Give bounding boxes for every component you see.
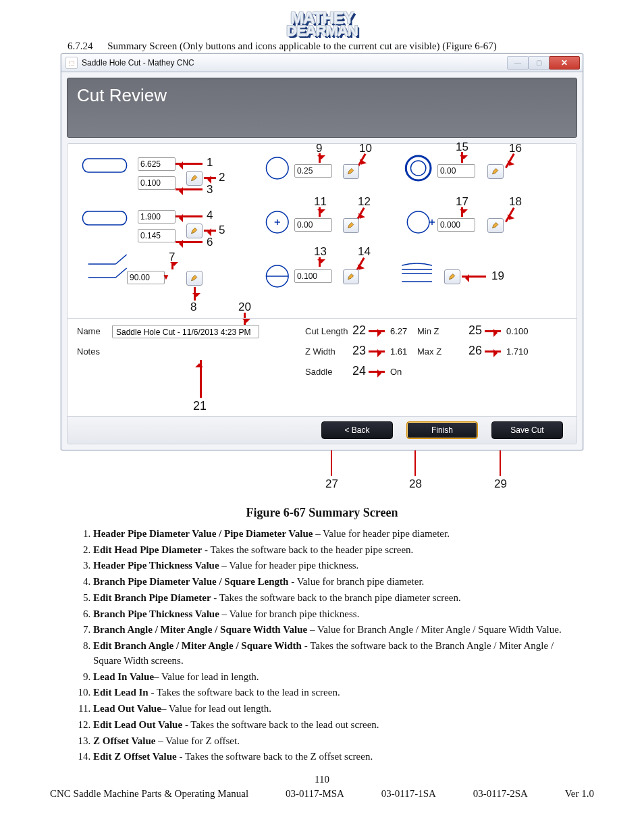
below-window-callouts: 27 28 29 bbox=[61, 450, 583, 495]
callout-19: 19 bbox=[491, 269, 504, 283]
min-z-label: Min Z bbox=[417, 326, 439, 336]
callout-20: 20 bbox=[238, 301, 251, 314]
saddle-label: Saddle bbox=[305, 367, 332, 377]
cut-name-input[interactable] bbox=[112, 325, 259, 338]
callout-29: 29 bbox=[494, 477, 507, 491]
name-label: Name bbox=[77, 326, 101, 336]
max-z-label: Max Z bbox=[417, 346, 441, 357]
back-button[interactable]: < Back bbox=[321, 421, 393, 439]
arrow-7 bbox=[171, 263, 173, 269]
edit-lead-out-button[interactable] bbox=[343, 218, 359, 233]
button-bar: < Back Finish Save Cut bbox=[68, 416, 576, 444]
edit-lead-in-button[interactable] bbox=[343, 164, 359, 179]
finish-button[interactable]: Finish bbox=[406, 421, 478, 439]
header-pipe-thickness-value: 0.100 bbox=[138, 176, 176, 190]
stem-29 bbox=[500, 450, 501, 476]
stem-27 bbox=[331, 450, 332, 476]
callout-5: 5 bbox=[219, 224, 225, 237]
footer-right: Ver 1.0 bbox=[565, 788, 594, 800]
section-heading: 6.7.24 Summary Screen (Only buttons and … bbox=[68, 41, 576, 52]
callout-4: 4 bbox=[207, 209, 213, 222]
branch-pipe-thickness-value: 0.145 bbox=[138, 229, 176, 242]
legend-item: Header Pipe Diameter Value / Pipe Diamet… bbox=[93, 527, 576, 542]
z-width-label: Z Width bbox=[305, 346, 336, 357]
arrow-2 bbox=[204, 177, 216, 179]
arrow-21 bbox=[200, 360, 202, 398]
edit-branch-angle-button[interactable] bbox=[186, 271, 203, 286]
branch-angle-value: 90.00 bbox=[127, 271, 165, 284]
stem-28 bbox=[414, 450, 416, 476]
save-cut-button[interactable]: Save Cut bbox=[491, 421, 563, 439]
legend-item: Z Offset Value – Value for Z offset. bbox=[93, 734, 576, 749]
arrow-9 bbox=[319, 153, 321, 163]
arrow-25 bbox=[485, 330, 501, 332]
window-close-button[interactable]: ✕ bbox=[549, 56, 580, 70]
legend-item: Edit Z Offset Value - Takes the software… bbox=[93, 750, 576, 764]
arrow-17 bbox=[461, 207, 463, 217]
notes-label: Notes bbox=[77, 346, 100, 357]
legend-item: Branch Pipe Diameter Value / Square Leng… bbox=[93, 575, 576, 590]
screen-title: Cut Review bbox=[77, 85, 167, 105]
window-title: Saddle Hole Cut - Mathey CNC bbox=[82, 58, 508, 68]
arrow-19 bbox=[462, 276, 486, 278]
callout-26: 26 bbox=[468, 344, 482, 358]
summary-body: 6.625 1 2 0.100 3 1.900 4 5 0.145 6 7 bbox=[67, 143, 577, 444]
page-footer: CNC Saddle Machine Parts & Operating Man… bbox=[50, 788, 594, 800]
legend-item: Lead In Value– Value for lead in length. bbox=[93, 670, 576, 685]
section-number: 6.7.24 bbox=[68, 41, 93, 51]
lead-out-value: 0.00 bbox=[294, 218, 332, 232]
arrow-1 bbox=[176, 163, 203, 165]
max-z-value: 1.710 bbox=[506, 346, 529, 357]
header-pipe-diameter-value: 6.625 bbox=[138, 157, 176, 171]
edit-z-offset-button[interactable] bbox=[343, 269, 359, 284]
arrow-4 bbox=[176, 215, 203, 217]
divider bbox=[68, 318, 576, 319]
footer-left: CNC Saddle Machine Parts & Operating Man… bbox=[50, 788, 248, 800]
brand-logo: MATHEY DEARMAN bbox=[47, 12, 597, 36]
dropdown-icon: ▼ bbox=[162, 272, 170, 282]
callout-14: 14 bbox=[358, 245, 371, 259]
callout-21: 21 bbox=[193, 399, 207, 413]
callout-12: 12 bbox=[358, 195, 371, 209]
arrow-11 bbox=[319, 207, 321, 217]
edit-kerf-button[interactable] bbox=[444, 269, 460, 284]
arrow-24 bbox=[369, 371, 385, 373]
callout-8: 8 bbox=[190, 301, 196, 314]
callout-2: 2 bbox=[219, 171, 225, 184]
callout-3: 3 bbox=[207, 183, 213, 197]
cut-length-label: Cut Length bbox=[305, 326, 348, 336]
legend-item: Lead Out Value– Value for lead out lengt… bbox=[93, 702, 576, 716]
edit-17-button[interactable] bbox=[487, 218, 504, 233]
section-title: Summary Screen (Only buttons and icons a… bbox=[107, 41, 497, 51]
edit-15-button[interactable] bbox=[487, 164, 504, 179]
logo-line-2: DEARMAN bbox=[286, 25, 357, 36]
figure-caption: Figure 6-67 Summary Screen bbox=[47, 506, 597, 520]
callout-1: 1 bbox=[207, 156, 213, 170]
legend-item: Branch Angle / Miter Angle / Square Widt… bbox=[93, 623, 576, 637]
callout-24: 24 bbox=[352, 364, 366, 378]
window-maximize-button[interactable]: ▢ bbox=[528, 56, 549, 70]
svg-point-8 bbox=[407, 211, 429, 233]
window-minimize-button[interactable]: — bbox=[507, 56, 529, 70]
callout-18: 18 bbox=[509, 195, 522, 209]
legend-item: Edit Branch Pipe Diameter - Takes the so… bbox=[93, 591, 576, 606]
saddle-value: On bbox=[390, 367, 402, 377]
footer-mid2: 03-0117-1SA bbox=[381, 788, 436, 800]
footer-mid1: 03-0117-MSA bbox=[286, 788, 344, 800]
edit-header-pipe-diameter-button[interactable] bbox=[186, 171, 203, 186]
app-icon: ⬚ bbox=[65, 57, 78, 69]
edit-branch-pipe-diameter-button[interactable] bbox=[186, 224, 203, 238]
arrow-26 bbox=[485, 350, 501, 353]
arrow-5 bbox=[204, 230, 216, 232]
arrow-15 bbox=[461, 152, 463, 163]
value-17: 0.000 bbox=[437, 218, 475, 232]
app-window: ⬚ Saddle Hole Cut - Mathey CNC — ▢ ✕ Cut… bbox=[61, 53, 583, 450]
arrow-3 bbox=[176, 188, 203, 190]
arrow-23 bbox=[369, 350, 385, 353]
legend-item: Edit Lead In - Takes the software back t… bbox=[93, 685, 576, 700]
callout-28: 28 bbox=[409, 477, 422, 491]
value-15: 0.00 bbox=[437, 164, 475, 178]
arrow-20 bbox=[244, 313, 246, 326]
arrow-6 bbox=[176, 241, 203, 243]
svg-point-7 bbox=[410, 161, 425, 176]
